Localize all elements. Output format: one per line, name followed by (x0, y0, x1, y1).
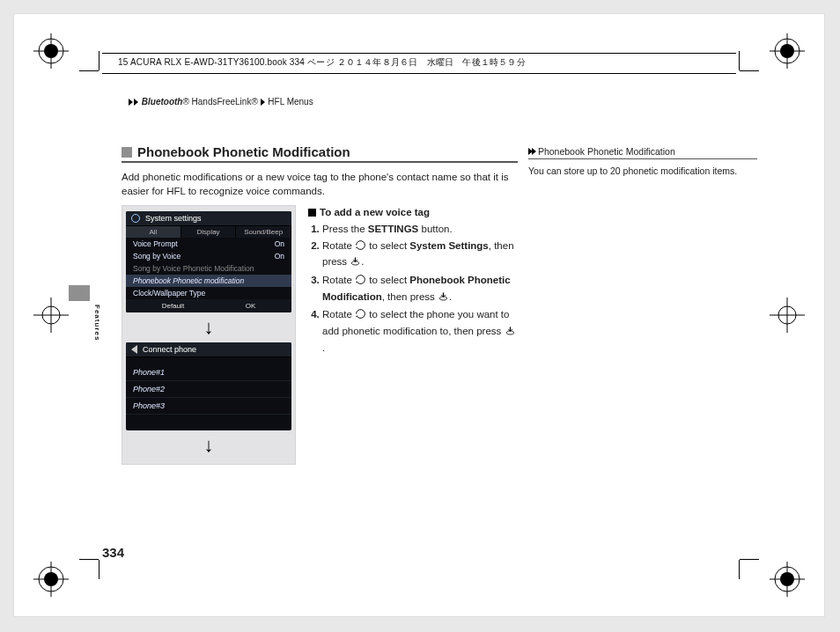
phone-row: Phone#1 (126, 364, 291, 381)
registration-mark-icon (770, 562, 805, 597)
section-heading: Phonebook Phonetic Modification (122, 144, 518, 163)
crop-mark-icon (739, 51, 740, 70)
push-button-icon (438, 290, 449, 306)
tab-display: Display (181, 226, 237, 238)
crop-mark-icon (79, 559, 99, 560)
side-note-text: You can store up to 20 phonetic modifica… (528, 165, 757, 178)
svg-point-19 (778, 306, 796, 324)
tab-sound: Sound/Beep (236, 226, 291, 238)
row-label: Song by Voice (133, 252, 181, 261)
registration-mark-icon (33, 33, 69, 69)
main-content: Phonebook Phonetic Modification Add phon… (122, 144, 518, 465)
steps-subhead: To add a new voice tag (308, 205, 518, 220)
sidebar-tab (69, 285, 90, 301)
tab-all: All (126, 226, 181, 238)
rotate-dial-icon (355, 274, 366, 290)
row-value: On (275, 239, 284, 248)
back-icon (131, 345, 137, 354)
crop-mark-icon (79, 70, 99, 71)
breadcrumb: Bluetooth® HandsFreeLink® HFL Menus (129, 97, 313, 107)
row-value: On (275, 252, 284, 261)
triangle-icon (129, 99, 133, 106)
registration-mark-icon (33, 562, 69, 597)
breadcrumb-hfl: HFL Menus (268, 97, 313, 107)
arrow-down-icon: ↓ (126, 318, 291, 337)
svg-point-1 (44, 44, 58, 58)
section-intro: Add phonetic modifications or a new voic… (122, 170, 518, 198)
side-note-column: Phonebook Phonetic Modification You can … (528, 146, 757, 178)
manual-page: 15 ACURA RLX E-AWD-31TY36100.book 334 ペー… (14, 14, 824, 616)
screenshot-system-settings: System settings All Display Sound/Beep V… (126, 211, 291, 312)
svg-point-4 (775, 39, 799, 63)
row-label-highlighted: Phonebook Phonetic modification (133, 276, 244, 285)
svg-point-9 (44, 572, 58, 586)
step-3: Rotate to select Phonebook Phonetic Modi… (322, 273, 518, 305)
footer-default: Default (162, 302, 184, 310)
sidebar-label: Features (93, 305, 101, 341)
breadcrumb-bluetooth: Bluetooth (142, 97, 183, 107)
registration-mark-icon (33, 298, 69, 333)
step-4: Rotate to select the phone you want to a… (322, 307, 518, 355)
rotate-dial-icon (355, 239, 366, 255)
triangle-icon (134, 99, 138, 106)
crop-mark-icon (740, 70, 759, 71)
push-button-icon (505, 325, 516, 341)
registration-mark-icon (770, 33, 805, 69)
screen-title: Connect phone (143, 345, 196, 354)
square-bullet-icon (308, 209, 316, 217)
svg-point-13 (780, 572, 794, 586)
row-label: Voice Prompt (133, 239, 178, 248)
phone-row: Phone#3 (126, 398, 291, 415)
registration-mark-icon (770, 298, 805, 333)
gear-icon (131, 214, 140, 223)
triangle-icon (261, 99, 265, 106)
crop-mark-icon (99, 560, 99, 579)
square-bullet-icon (122, 147, 132, 158)
svg-point-8 (39, 567, 63, 592)
screenshot-connect-phone: Connect phone Phone#1 Phone#2 Phone#3 (126, 342, 291, 430)
crop-mark-icon (99, 51, 99, 70)
step-2: Rotate to select System Settings, then p… (322, 239, 518, 271)
phone-row: Phone#2 (126, 381, 291, 398)
breadcrumb-suffix: ® HandsFreeLink® (182, 97, 257, 107)
svg-point-5 (780, 44, 794, 58)
rotate-dial-icon (355, 308, 366, 324)
screenshot-column: System settings All Display Sound/Beep V… (122, 205, 296, 465)
screen-title: System settings (145, 214, 202, 223)
step-1: Press the SETTINGS button. (322, 222, 518, 237)
svg-point-16 (42, 306, 60, 324)
row-label: Song by Voice Phonetic Modification (133, 264, 254, 273)
svg-point-0 (39, 39, 63, 63)
crop-mark-icon (739, 560, 740, 579)
triangle-icon (532, 148, 536, 155)
footer-ok: OK (246, 302, 256, 310)
push-button-icon (350, 255, 361, 271)
row-label: Clock/Wallpaper Type (133, 289, 205, 298)
page-number: 334 (102, 545, 124, 560)
section-title: Phonebook Phonetic Modification (137, 144, 350, 159)
crop-mark-icon (740, 559, 759, 560)
svg-point-12 (775, 567, 799, 592)
steps-column: To add a new voice tag Press the SETTING… (308, 205, 518, 465)
side-note-heading: Phonebook Phonetic Modification (528, 146, 757, 159)
arrow-down-icon: ↓ (126, 436, 291, 455)
document-header: 15 ACURA RLX E-AWD-31TY36100.book 334 ペー… (118, 56, 526, 69)
